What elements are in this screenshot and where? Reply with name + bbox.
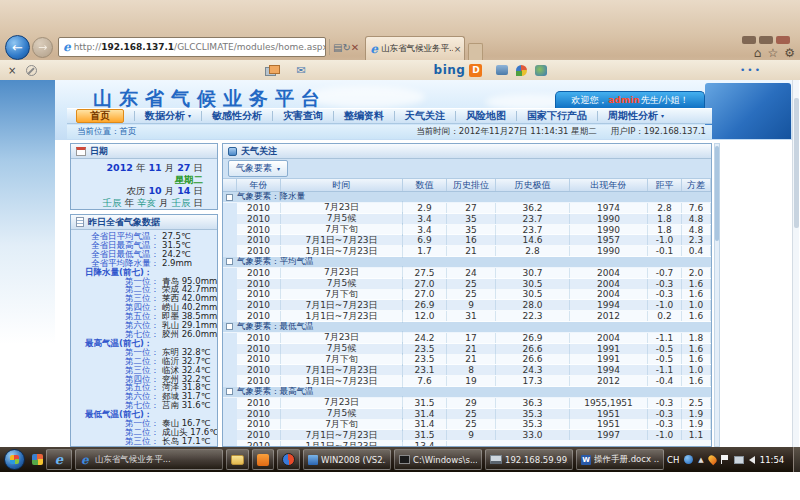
chevron-down-icon: ▾: [277, 165, 280, 172]
data-table: 年份时间数值历史排位历史极值出现年份距平方差 气象要素：降水量20107月23日…: [223, 179, 711, 447]
back-button[interactable]: ←: [5, 35, 30, 60]
browser-scrollbar[interactable]: [792, 80, 799, 447]
calendar-panel: 日期 2012 年 11 月 27 日星期二农历 10 月 14 日壬辰 年 辛…: [70, 143, 218, 210]
forward-button[interactable]: →: [32, 37, 53, 58]
browser-action-icons: ⌂ ☆ ⚙: [754, 46, 795, 60]
network-icon[interactable]: [734, 456, 744, 464]
overflow-dots[interactable]: •••: [740, 65, 762, 75]
main-panel-title: 天气关注: [241, 145, 277, 158]
home-icon[interactable]: ⌂: [754, 46, 762, 60]
taskbar-clock[interactable]: 11:54: [760, 455, 785, 465]
column-header: 历史排位: [447, 179, 496, 191]
user-ip: 用户IP：192.168.137.1: [611, 126, 706, 138]
mail-icon[interactable]: ✉: [296, 64, 305, 77]
maximize-button[interactable]: [759, 36, 773, 44]
column-header: 历史极值: [496, 179, 570, 191]
action-center-flag-icon[interactable]: [721, 455, 729, 464]
column-header: 时间: [281, 179, 403, 191]
nav-item-4[interactable]: 整编资料: [333, 111, 394, 121]
tray-expand-icon[interactable]: ▲: [698, 456, 703, 464]
pinwheel-icon[interactable]: [32, 454, 43, 465]
start-button[interactable]: [4, 449, 25, 470]
minimize-button[interactable]: [742, 36, 756, 44]
taskbar-button-0[interactable]: WIN2008 (VS2...: [303, 449, 391, 470]
compatibility-icon[interactable]: ▤: [333, 42, 342, 53]
group-checkbox[interactable]: [226, 194, 233, 201]
browser-toolbar: × ✉ bing D •••: [0, 60, 800, 80]
column-header: 距平: [648, 179, 682, 191]
table-toolbar: 气象要素 ▾: [223, 159, 711, 179]
browser-scrollbar-thumb[interactable]: [794, 98, 799, 228]
main-panel-header: 天气关注: [223, 144, 711, 159]
table-scrollbar[interactable]: [714, 143, 720, 447]
header-checkbox-cell: [223, 179, 237, 191]
video-icon[interactable]: [496, 65, 508, 75]
nav-item-2[interactable]: 敏感性分析: [201, 111, 272, 121]
task-buttons: WIN2008 (VS2...C:\Windows\s...192.168.59…: [303, 449, 664, 470]
table-scrollbar-thumb[interactable]: [715, 146, 719, 241]
column-header: 方差: [682, 179, 711, 191]
refresh-icon[interactable]: ↻: [342, 42, 350, 53]
browser-tab[interactable]: e 山东省气候业务平... ×: [365, 36, 465, 60]
gear-icon[interactable]: ⚙: [784, 46, 795, 60]
taskbar-media-button[interactable]: [277, 449, 300, 470]
favorites-star-icon[interactable]: ☆: [767, 46, 778, 60]
chevron-down-icon: ▾: [661, 111, 664, 121]
system-tray: CH ▲ 11:54: [667, 455, 787, 465]
tab-close-icon[interactable]: ×: [454, 44, 462, 54]
close-button[interactable]: [776, 36, 790, 44]
globe-icon[interactable]: [535, 65, 547, 76]
taskbar-window-button[interactable]: e 山东省气候业务平...: [75, 449, 223, 470]
welcome-bar: 欢迎您，admin 先生/小姐！: [555, 91, 705, 108]
weather-focus-panel: 天气关注 气象要素 ▾ 年份时间数值历史排位历史极值出现年份距平方差 气象要素：…: [222, 143, 712, 447]
nav-item-3[interactable]: 灾害查询: [272, 111, 333, 121]
nav-item-5[interactable]: 天气关注: [394, 111, 455, 121]
group-checkbox[interactable]: [226, 258, 233, 265]
bing-logo: bing: [434, 63, 466, 77]
taskbar-button-2[interactable]: 192.168.59.99...: [485, 449, 573, 470]
weather-body: 全省日平均气温：27.5℃全省日最高气温：31.5℃全省日最低气温：24.2℃全…: [71, 230, 217, 447]
url-host: 192.168.137.1: [101, 42, 174, 52]
window-controls: [742, 36, 790, 44]
tray-blue-icon[interactable]: [684, 455, 693, 464]
taskbar-orange-app-button[interactable]: [252, 449, 274, 470]
element-filter-button[interactable]: 气象要素 ▾: [228, 160, 288, 177]
nav-item-1[interactable]: 数据分析▾: [134, 111, 201, 121]
stop-icon[interactable]: ✕: [351, 42, 359, 53]
calendar-line: 农历 10 月 14 日: [71, 185, 203, 197]
current-time: 当前时间：2012年11月27日 11:14:31 星期二: [416, 126, 596, 138]
new-tab-button[interactable]: [468, 43, 483, 60]
palette-icon[interactable]: [516, 65, 527, 76]
window-button-label: 山东省气候业务平...: [95, 454, 171, 466]
ie-icon: e: [55, 452, 63, 467]
language-indicator[interactable]: CH: [667, 455, 679, 465]
page-banner: 山东省气候业务平台 欢迎您，admin 先生/小姐！ 首页数据分析▾敏感性分析灾…: [55, 80, 795, 140]
bing-logo-group[interactable]: bing D: [434, 63, 483, 77]
url-scheme: http://: [74, 42, 102, 52]
photos-icon[interactable]: [265, 65, 278, 75]
browser-navrow: ← → e http://192.168.137.1/GLCCLIMATE/mo…: [0, 34, 730, 60]
taskbar-button-1[interactable]: C:\Windows\s...: [394, 449, 482, 470]
welcome-username: admin: [608, 95, 639, 105]
calendar-body: 2012 年 11 月 27 日星期二农历 10 月 14 日壬辰 年 辛亥 月…: [71, 159, 217, 208]
nav-item-0[interactable]: 首页: [76, 109, 124, 123]
toolbar-close-icon[interactable]: ×: [8, 65, 16, 76]
column-header: 数值: [403, 179, 447, 191]
nav-item-7[interactable]: 国家下行产品: [516, 111, 597, 121]
group-checkbox[interactable]: [226, 323, 233, 330]
speaker-icon[interactable]: [749, 456, 755, 464]
main-nav: 首页数据分析▾敏感性分析灾害查询整编资料天气关注风险地图国家下行产品周期性分析▾: [67, 108, 712, 124]
blocked-icon[interactable]: [26, 65, 37, 76]
nav-item-8[interactable]: 周期性分析▾: [597, 111, 674, 121]
flame-icon[interactable]: [707, 454, 718, 465]
document-icon: [76, 217, 84, 227]
info-row: 当前位置：首页 当前时间：2012年11月27日 11:14:31 星期二 用户…: [67, 125, 712, 139]
taskbar-ie-button[interactable]: e: [46, 449, 72, 470]
show-desktop-button[interactable]: [793, 447, 800, 472]
group-checkbox[interactable]: [226, 388, 233, 395]
address-bar[interactable]: e http://192.168.137.1/GLCCLIMATE/module…: [58, 37, 326, 57]
taskbar-button-3[interactable]: W操作手册.docx ...: [576, 449, 664, 470]
taskbar-explorer-button[interactable]: [226, 449, 249, 470]
welcome-suffix: 先生/小姐！: [641, 94, 689, 107]
nav-item-6[interactable]: 风险地图: [455, 111, 516, 121]
